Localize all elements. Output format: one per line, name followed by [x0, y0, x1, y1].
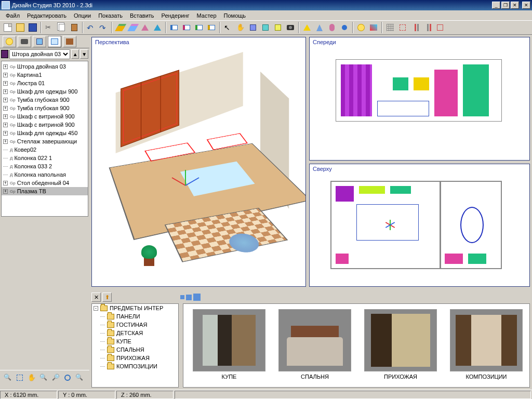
left-tab-light[interactable]	[3, 36, 16, 47]
cut-button[interactable]	[44, 22, 55, 33]
expand-icon[interactable]: +	[3, 139, 8, 144]
cone-button[interactable]	[314, 22, 325, 33]
menu-show[interactable]: Показать	[95, 11, 126, 20]
material-swatch[interactable]	[1, 50, 8, 58]
expand-icon[interactable]: +	[3, 181, 8, 185]
library-tile[interactable]: СПАЛЬНЯ	[278, 309, 351, 380]
library-folder[interactable]: ГОСТИНАЯ	[92, 321, 178, 329]
tree-item[interactable]: +GpСтол обеденный 04	[2, 179, 88, 187]
viewport-3-button[interactable]	[193, 22, 205, 33]
tree-item[interactable]: ДКовер02	[2, 145, 88, 154]
library-folder[interactable]: КУПЕ	[92, 337, 178, 345]
left-tab-objects[interactable]	[48, 36, 61, 47]
tree-item[interactable]: +GpШкаф для одежды 900	[2, 87, 88, 96]
pointer-button[interactable]	[222, 22, 234, 33]
triangle-2-button[interactable]	[152, 22, 163, 33]
library-folder[interactable]: ПАНЕЛИ	[92, 312, 178, 321]
library-folder[interactable]: ПРИХОЖАЯ	[92, 354, 178, 362]
close-button[interactable]: ✕	[522, 2, 530, 9]
library-folder[interactable]: КОМПОЗИЦИИ	[92, 362, 178, 370]
viewport-front[interactable]: Спереди	[309, 37, 530, 161]
left-tab-furniture[interactable]	[63, 36, 76, 47]
tree-item[interactable]: +GpШкаф для одежды 450	[2, 129, 88, 137]
library-folder[interactable]: -ПРЕДМЕТЫ ИНТЕР	[92, 304, 178, 312]
layers-2-button[interactable]	[127, 22, 138, 33]
orbit-button[interactable]	[62, 373, 73, 383]
snap-button[interactable]	[397, 22, 408, 33]
undo-button[interactable]	[85, 22, 97, 33]
expand-icon[interactable]: +	[3, 81, 8, 86]
redo-button[interactable]	[98, 22, 109, 33]
minimize-button[interactable]: _	[492, 2, 500, 9]
expand-icon[interactable]: +	[3, 123, 8, 127]
box-2-button[interactable]	[260, 22, 271, 33]
zoom-extents-button[interactable]	[3, 373, 13, 383]
tree-item[interactable]: +GpПлазма ТВ	[2, 187, 88, 195]
expand-icon[interactable]: +	[3, 114, 8, 119]
paste-button[interactable]	[69, 22, 80, 33]
menu-edit[interactable]: Редактировать	[23, 11, 70, 20]
left-tab-camera[interactable]	[18, 36, 31, 47]
camera-button[interactable]	[285, 22, 296, 33]
tree-item[interactable]: +GpШтора двойная 03	[2, 62, 88, 71]
expand-icon[interactable]: +	[3, 73, 8, 77]
align-3-button[interactable]	[434, 22, 446, 33]
library-tile[interactable]: КОМПОЗИЦИИ	[450, 309, 523, 380]
menu-help[interactable]: Помощь	[220, 11, 250, 20]
pan-button[interactable]	[26, 373, 37, 383]
hand-button[interactable]	[235, 22, 246, 33]
cylinder-button[interactable]	[326, 22, 338, 33]
expand-icon[interactable]: +	[3, 64, 8, 69]
lib-up-button[interactable]: ⬆	[102, 292, 112, 302]
viewport-perspective[interactable]: Перспектива	[91, 37, 306, 287]
copy-button[interactable]	[56, 22, 68, 33]
triangle-button[interactable]	[139, 22, 151, 33]
lib-view-medium-button[interactable]	[186, 295, 192, 300]
light-button[interactable]	[355, 22, 367, 33]
restore-button[interactable]: ❐	[501, 2, 510, 9]
tree-item[interactable]: +GpСтеллаж завершающи	[2, 137, 88, 145]
transform-gizmo[interactable]	[172, 165, 198, 191]
library-folder[interactable]: СПАЛЬНЯ	[92, 345, 178, 354]
tree-item[interactable]: ДКолонка 033 2	[2, 162, 88, 170]
viewport-2-button[interactable]	[181, 22, 192, 33]
expand-icon[interactable]: +	[3, 98, 8, 102]
align-1-button[interactable]	[409, 22, 421, 33]
expand-icon[interactable]: +	[3, 189, 8, 194]
box-button[interactable]	[247, 22, 259, 33]
tree-item[interactable]: +GpТумба глубокая 900	[2, 104, 88, 112]
menu-options[interactable]: Опции	[70, 11, 95, 20]
combo-prev-button[interactable]: ▲	[71, 49, 79, 59]
scene-tree[interactable]: +GpШтора двойная 03+GpКартина1+GpЛюстра …	[1, 61, 88, 217]
expand-icon[interactable]: +	[3, 106, 8, 111]
prism-button[interactable]	[301, 22, 313, 33]
measure-button[interactable]	[272, 22, 284, 33]
expand-icon[interactable]: +	[3, 131, 8, 136]
menu-render[interactable]: Рендеринг	[158, 11, 193, 20]
lib-close-button[interactable]: ✕	[91, 292, 101, 302]
menu-file[interactable]: Файл	[2, 11, 23, 20]
zoom-out-button[interactable]	[50, 373, 61, 383]
lib-view-large-button[interactable]	[193, 294, 201, 301]
tree-item[interactable]: ДКолонка напольная	[2, 170, 88, 179]
viewport-1-button[interactable]	[168, 22, 180, 33]
object-combo[interactable]: Штора двойная 03	[9, 49, 70, 59]
close-appgroup-button[interactable]: ✕	[511, 2, 519, 9]
layers-button[interactable]	[114, 22, 126, 33]
tree-item[interactable]: ДКолонка 022 1	[2, 154, 88, 162]
expand-icon[interactable]: +	[3, 89, 8, 94]
menu-master[interactable]: Мастер	[193, 11, 220, 20]
tree-item[interactable]: +GpТумба глубокая 900	[2, 96, 88, 104]
tree-item[interactable]: +GpШкаф с витриной 900	[2, 121, 88, 129]
open-file-button[interactable]	[15, 22, 26, 33]
zoom-fit-button[interactable]	[74, 373, 85, 383]
new-file-button[interactable]	[2, 22, 14, 33]
tree-item[interactable]: +GpШкаф с витриной 900	[2, 112, 88, 121]
tree-item[interactable]: +GpЛюстра 01	[2, 79, 88, 87]
align-2-button[interactable]	[422, 22, 433, 33]
render-button[interactable]	[368, 22, 379, 33]
sphere-button[interactable]	[339, 22, 350, 33]
zoom-in-button[interactable]	[38, 373, 49, 383]
tree-item[interactable]: +GpКартина1	[2, 71, 88, 79]
viewport-4-button[interactable]	[206, 22, 217, 33]
